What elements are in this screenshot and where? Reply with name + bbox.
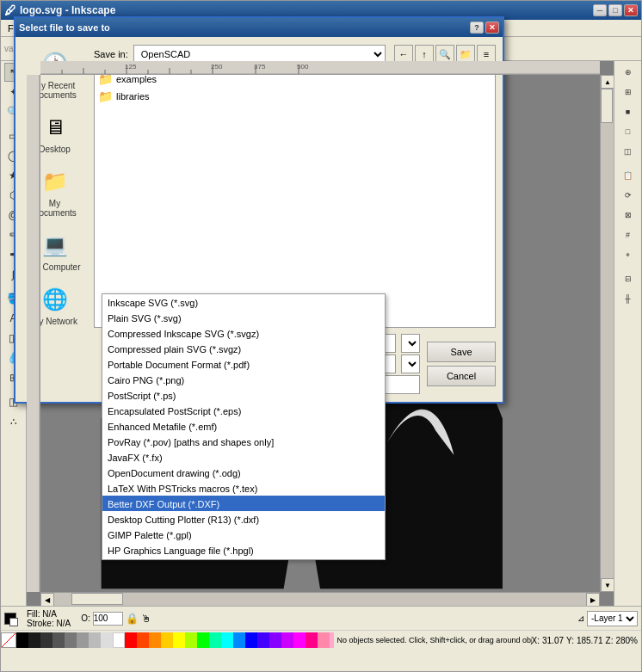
filename-dropdown[interactable] [401,334,420,353]
scroll-up-btn[interactable]: ▲ [601,75,614,89]
color-swatch[interactable] [161,632,173,648]
right-xml-btn[interactable]: 📋 [619,166,638,185]
save-button[interactable]: Save [427,342,496,362]
color-black[interactable] [16,632,28,648]
color-yellow[interactable] [173,632,185,648]
color-magenta[interactable] [293,632,306,648]
right-fill-btn[interactable]: ■ [619,102,638,121]
color-swatch[interactable] [306,632,318,648]
color-green[interactable] [197,632,209,648]
dropdown-item-compressed-plain-svg[interactable]: Compressed plain SVG (*.svgz) [102,341,385,356]
right-align-btn[interactable]: ⊞ [619,83,638,102]
stroke-swatch [9,618,18,626]
color-swatch[interactable] [185,632,197,648]
right-sidebar: ⊕ ⊞ ■ □ ◫ 📋 ⟳ ⊠ # ⌖ ⊟ ╫ [614,61,641,606]
dropdown-item-inkscape-svg[interactable]: Inkscape SVG (*.svg) [102,294,385,310]
right-transform-btn[interactable]: ⟳ [619,186,638,205]
my-network-icon: 🌐 [40,284,71,315]
filetype-dropdown-toggle[interactable] [401,354,420,373]
right-gradient-btn[interactable]: ◫ [619,142,638,161]
app-icon: 🖊 [4,3,16,17]
right-guide-btn[interactable]: ⌖ [619,245,638,264]
dropdown-item-hpgl[interactable]: HP Graphics Language file (*.hpgl) [102,542,385,558]
right-symbols-btn[interactable]: ⊠ [619,206,638,225]
dropdown-item-gimp-palette[interactable]: GIMP Palette (*.gpl) [102,527,385,542]
layer-select[interactable]: -Layer 1 [587,611,638,626]
fill-swatch[interactable] [4,613,16,625]
z-label: Z: [606,636,614,645]
dropdown-item-emf[interactable]: Enhanced Metafile (*.emf) [102,418,385,434]
svg-text:125: 125 [125,63,137,71]
status-bar-top: Fill: N/A Stroke: N/A O: 🔒 🖱 ⊿ -Layer 1 [1,607,641,631]
right-columns-btn[interactable]: ⊟ [619,269,638,288]
close-button[interactable]: ✕ [624,4,638,16]
minimize-button[interactable]: ─ [593,4,607,16]
scroll-thumb-h[interactable] [71,593,123,605]
dropdown-item-povray[interactable]: PovRay (*.pov) [paths and shapes only] [102,434,385,449]
no-color-swatch[interactable] [1,632,16,648]
color-swatch[interactable] [89,632,101,648]
dropdown-item-javafx[interactable]: JavaFX (*.fx) [102,449,385,465]
spray-tool[interactable]: ∴ [4,412,23,431]
color-blue[interactable] [245,632,257,648]
color-swatch[interactable] [101,632,113,648]
vertical-scrollbar[interactable]: ▲ ▼ [600,75,614,592]
cancel-button[interactable]: Cancel [427,366,496,386]
cursor-icon: 🖱 [141,613,151,625]
dropdown-item-jessyink[interactable]: Jessyink zipped pdf or png output (*.zip… [102,558,385,560]
dropdown-item-better-dxf[interactable]: Better DXF Output (*.DXF) [102,496,385,511]
color-swatch[interactable] [65,632,77,648]
file-name-libraries: libraries [116,91,150,102]
opacity-input[interactable] [93,612,123,626]
color-swatch[interactable] [137,632,149,648]
horizontal-scrollbar[interactable]: ◀ ▶ [40,592,600,606]
dialog-close-button[interactable]: ✕ [485,22,499,34]
right-snap-btn[interactable]: ⊕ [619,63,638,82]
scroll-down-btn[interactable]: ▼ [601,578,614,592]
scroll-thumb-v[interactable] [601,89,613,123]
fill-stroke-labels: Fill: N/A Stroke: N/A [27,609,71,628]
color-red[interactable] [125,632,137,648]
color-swatch[interactable] [40,632,52,648]
file-list-area[interactable]: 📁 examples 📁 libraries [94,70,496,328]
color-swatch[interactable] [52,632,65,648]
dropdown-item-postscript[interactable]: PostScript (*.ps) [102,387,385,403]
color-swatch[interactable] [281,632,293,648]
dropdown-item-eps[interactable]: Encapsulated PostScript (*.eps) [102,403,385,418]
dialog-help-button[interactable]: ? [470,22,484,34]
color-palette [1,632,334,648]
dropdown-item-pdf[interactable]: Portable Document Format (*.pdf) [102,356,385,372]
color-swatch[interactable] [28,632,40,648]
color-cyan[interactable] [221,632,233,648]
dropdown-item-cairo-png[interactable]: Cairo PNG (*.png) [102,372,385,387]
color-swatch[interactable] [233,632,245,648]
scroll-left-btn[interactable]: ◀ [40,593,54,606]
dropdown-item-plain-svg[interactable]: Plain SVG (*.svg) [102,310,385,325]
scroll-track-v [601,89,614,578]
window-title: logo.svg - Inkscape [20,4,115,16]
stroke-label: Stroke: N/A [27,619,71,628]
svg-text:375: 375 [254,63,266,71]
color-swatch[interactable] [318,632,330,648]
right-stroke-btn[interactable]: □ [619,122,638,141]
dropdown-item-desktop-plotter[interactable]: Desktop Cutting Plotter (R13) (*.dxf) [102,511,385,527]
right-ruler-btn[interactable]: ╫ [619,289,638,308]
scroll-track-h [54,593,586,606]
color-swatch[interactable] [209,632,221,648]
dropdown-item-latex[interactable]: LaTeX With PSTricks macros (*.tex) [102,480,385,496]
dropdown-item-compressed-inkscape-svg[interactable]: Compressed Inkscape SVG (*.svgz) [102,325,385,341]
color-swatch[interactable] [269,632,281,648]
filetype-dropdown-list[interactable]: Inkscape SVG (*.svg) Plain SVG (*.svg) C… [102,293,386,560]
dropdown-item-odg[interactable]: OpenDocument drawing (*.odg) [102,465,385,480]
color-orange[interactable] [149,632,161,648]
right-grid-btn[interactable]: # [619,225,638,244]
layer-area: ⊿ -Layer 1 [577,611,638,626]
color-swatch[interactable] [77,632,89,648]
scroll-right-btn[interactable]: ▶ [586,593,600,606]
file-item-libraries[interactable]: 📁 libraries [95,88,495,105]
coordinates: X: 31.07 Y: 185.71 Z: 280% [532,636,638,645]
maximize-button[interactable]: □ [608,4,622,16]
color-white[interactable] [113,632,125,648]
color-swatch[interactable] [257,632,269,648]
inkscape-window: 🖊 logo.svg - Inkscape ─ □ ✕ File Edit Vi… [0,0,642,672]
